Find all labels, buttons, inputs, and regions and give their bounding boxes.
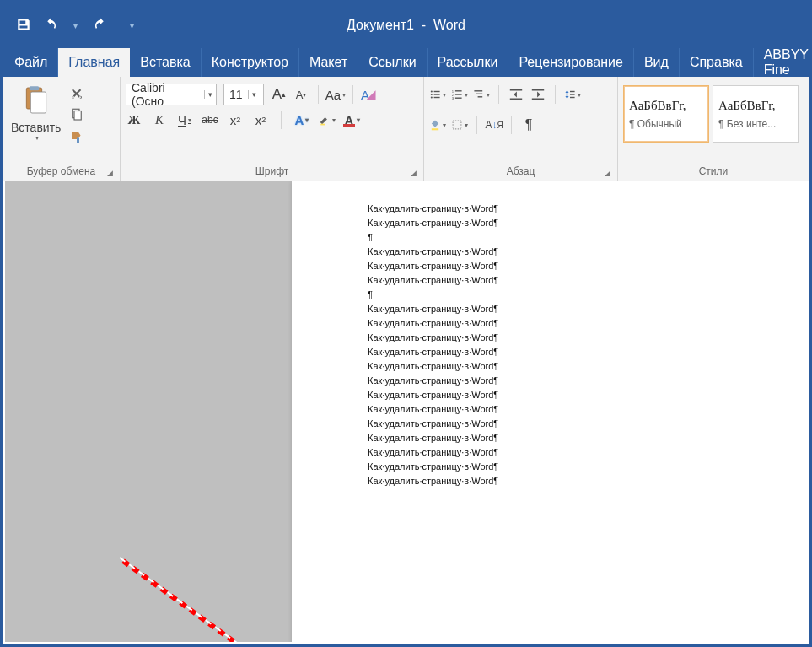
style-normal[interactable]: АаБбВвГг, ¶ Обычный	[623, 85, 709, 143]
svg-line-33	[120, 558, 305, 642]
doc-line[interactable]: Как·удалить·страницу·в·Word¶	[368, 431, 806, 445]
group-label-paragraph: Абзац ◢	[429, 164, 612, 179]
format-painter-icon[interactable]	[69, 129, 84, 144]
undo-icon[interactable]	[43, 17, 58, 35]
doc-line[interactable]: Как·удалить·страницу·в·Word¶	[368, 359, 806, 374]
shading-icon[interactable]: ▾	[429, 116, 446, 133]
tab-file[interactable]: Файл	[4, 48, 58, 77]
svg-point-11	[431, 96, 433, 98]
shrink-font-icon[interactable]: A▾	[293, 86, 309, 103]
borders-icon[interactable]: ▾	[451, 116, 468, 133]
svg-rect-22	[510, 89, 522, 91]
tab-mailings[interactable]: Рассылки	[428, 48, 509, 77]
dropdown-icon[interactable]: ▾	[35, 134, 39, 142]
quick-access-toolbar: ▾ ▾	[16, 17, 137, 35]
change-case-icon[interactable]: Aa▾	[327, 86, 344, 103]
save-icon[interactable]	[16, 17, 31, 35]
svg-rect-21	[478, 96, 483, 97]
doc-line[interactable]: Как·удалить·страницу·в·Word¶	[368, 216, 806, 230]
document-area[interactable]: Как·удалить·страницу·в·Word¶Как·удалить·…	[5, 181, 807, 642]
tab-design[interactable]: Конструктор	[202, 48, 299, 77]
doc-line[interactable]: Как·удалить·страницу·в·Word¶	[368, 345, 806, 359]
tab-references[interactable]: Ссылки	[358, 48, 427, 77]
svg-point-9	[431, 94, 433, 95]
group-paragraph: ▾ 123▾ ▾ ▾ ▾ ▾ А↓Я ¶ Абзац ◢	[424, 77, 618, 181]
cut-icon[interactable]	[69, 85, 84, 100]
launcher-icon[interactable]: ◢	[605, 169, 610, 177]
doc-line[interactable]: Как·удалить·страницу·в·Word¶	[368, 474, 806, 488]
tab-home[interactable]: Главная	[58, 48, 130, 77]
highlight-icon[interactable]: ▾	[319, 111, 336, 128]
copy-icon[interactable]	[69, 107, 84, 122]
doc-line[interactable]: Как·удалить·страницу·в·Word¶	[368, 331, 806, 345]
ribbon-tabs: Файл Главная Вставка Конструктор Макет С…	[3, 48, 809, 77]
doc-line[interactable]: Как·удалить·страницу·в·Word¶	[368, 259, 806, 273]
font-color-icon[interactable]: A▾	[344, 111, 361, 128]
doc-line[interactable]: Как·удалить·страницу·в·Word¶	[368, 202, 806, 216]
doc-line[interactable]: Как·удалить·страницу·в·Word¶	[368, 273, 806, 288]
page[interactable]: Как·удалить·страницу·в·Word¶Как·удалить·…	[292, 181, 807, 642]
doc-line[interactable]: Как·удалить·страницу·в·Word¶	[368, 445, 806, 460]
subscript-button[interactable]: x2	[227, 111, 244, 128]
doc-line[interactable]: ¶	[368, 230, 806, 245]
style-nospacing[interactable]: АаБбВвГг, ¶ Без инте...	[713, 85, 799, 143]
svg-rect-29	[432, 128, 438, 130]
text-effects-icon[interactable]: A▾	[293, 111, 310, 128]
doc-line[interactable]: Как·удалить·страницу·в·Word¶	[368, 245, 806, 259]
svg-rect-28	[570, 97, 575, 98]
doc-line[interactable]: Как·удалить·страницу·в·Word¶	[368, 460, 806, 474]
tab-view[interactable]: Вид	[634, 48, 680, 77]
tab-insert[interactable]: Вставка	[130, 48, 201, 77]
svg-rect-25	[532, 99, 544, 100]
group-label-styles: Стили	[623, 164, 804, 179]
doc-line[interactable]: Как·удалить·страницу·в·Word¶	[368, 374, 806, 388]
pilcrow-icon[interactable]: ¶	[520, 116, 537, 133]
doc-line[interactable]: Как·удалить·страницу·в·Word¶	[368, 302, 806, 316]
strike-button[interactable]: abc	[202, 111, 218, 128]
italic-button[interactable]: К	[151, 111, 168, 128]
numbering-icon[interactable]: 123▾	[451, 86, 468, 103]
dropdown-icon[interactable]: ▾	[73, 21, 78, 30]
paste-button[interactable]: Вставить ▾	[8, 80, 64, 142]
superscript-button[interactable]: x2	[252, 111, 269, 128]
ribbon: Вставить ▾ Буфер обмена ◢	[3, 77, 809, 181]
svg-rect-19	[474, 90, 482, 91]
doc-line[interactable]: ¶	[368, 288, 806, 302]
svg-rect-8	[434, 91, 440, 92]
style-preview: АаБбВвГг,	[629, 99, 703, 113]
font-size-combo[interactable]: 11▾	[223, 84, 264, 105]
svg-rect-14	[455, 90, 462, 91]
redo-icon[interactable]	[93, 17, 108, 35]
font-name-combo[interactable]: Calibri (Осно▾	[126, 84, 217, 105]
svg-rect-12	[434, 97, 440, 98]
multilevel-icon[interactable]: ▾	[473, 86, 490, 103]
svg-rect-23	[510, 99, 522, 100]
tab-help[interactable]: Справка	[680, 48, 754, 77]
tab-abbyy[interactable]: ABBYY Fine	[754, 48, 812, 77]
paste-icon	[18, 82, 55, 119]
svg-rect-24	[532, 89, 544, 91]
launcher-icon[interactable]: ◢	[107, 169, 113, 177]
doc-line[interactable]: Как·удалить·страницу·в·Word¶	[368, 388, 806, 402]
clear-format-icon[interactable]: A◢	[362, 86, 379, 103]
customize-qat-icon[interactable]: ▾	[130, 21, 134, 30]
style-preview: АаБбВвГг,	[718, 99, 793, 113]
inc-indent-icon[interactable]	[530, 86, 546, 103]
bullets-icon[interactable]: ▾	[429, 86, 446, 103]
svg-rect-26	[570, 91, 575, 92]
launcher-icon[interactable]: ◢	[411, 169, 417, 177]
tab-layout[interactable]: Макет	[299, 48, 358, 77]
svg-point-7	[431, 90, 433, 92]
doc-line[interactable]: Как·удалить·страницу·в·Word¶	[368, 417, 806, 431]
grow-font-icon[interactable]: A▴	[271, 86, 288, 103]
tab-review[interactable]: Рецензирование	[508, 48, 634, 77]
doc-line[interactable]: Как·удалить·страницу·в·Word¶	[368, 402, 806, 417]
line-spacing-icon[interactable]: ▾	[564, 86, 581, 103]
dec-indent-icon[interactable]	[508, 86, 524, 103]
underline-button[interactable]: Ч▾	[176, 111, 193, 128]
doc-line[interactable]: Как·удалить·страницу·в·Word¶	[368, 316, 806, 331]
sort-icon[interactable]: А↓Я	[486, 116, 503, 133]
bold-button[interactable]: Ж	[126, 111, 143, 128]
svg-rect-16	[455, 94, 462, 94]
style-name: ¶ Без инте...	[718, 118, 793, 130]
